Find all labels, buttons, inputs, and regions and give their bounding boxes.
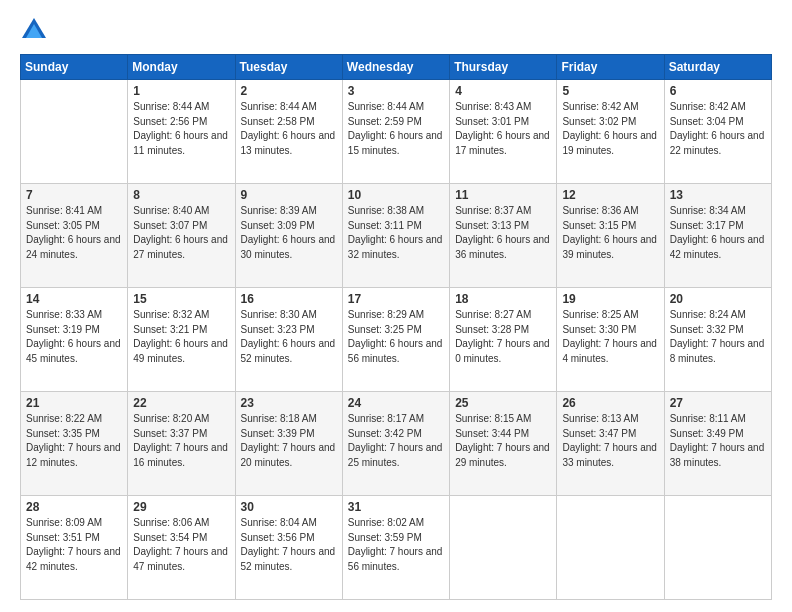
calendar-day-cell: 7Sunrise: 8:41 AMSunset: 3:05 PMDaylight… bbox=[21, 184, 128, 288]
day-number: 2 bbox=[241, 84, 337, 98]
day-info: Sunrise: 8:25 AMSunset: 3:30 PMDaylight:… bbox=[562, 308, 658, 366]
day-number: 15 bbox=[133, 292, 229, 306]
day-info: Sunrise: 8:39 AMSunset: 3:09 PMDaylight:… bbox=[241, 204, 337, 262]
day-info: Sunrise: 8:22 AMSunset: 3:35 PMDaylight:… bbox=[26, 412, 122, 470]
calendar-day-cell: 23Sunrise: 8:18 AMSunset: 3:39 PMDayligh… bbox=[235, 392, 342, 496]
weekday-header: Friday bbox=[557, 55, 664, 80]
calendar-day-cell: 12Sunrise: 8:36 AMSunset: 3:15 PMDayligh… bbox=[557, 184, 664, 288]
day-number: 31 bbox=[348, 500, 444, 514]
day-number: 28 bbox=[26, 500, 122, 514]
day-number: 25 bbox=[455, 396, 551, 410]
weekday-header: Saturday bbox=[664, 55, 771, 80]
day-info: Sunrise: 8:42 AMSunset: 3:04 PMDaylight:… bbox=[670, 100, 766, 158]
calendar-day-cell: 31Sunrise: 8:02 AMSunset: 3:59 PMDayligh… bbox=[342, 496, 449, 600]
day-number: 29 bbox=[133, 500, 229, 514]
weekday-header: Thursday bbox=[450, 55, 557, 80]
calendar-day-cell: 9Sunrise: 8:39 AMSunset: 3:09 PMDaylight… bbox=[235, 184, 342, 288]
day-info: Sunrise: 8:13 AMSunset: 3:47 PMDaylight:… bbox=[562, 412, 658, 470]
day-info: Sunrise: 8:09 AMSunset: 3:51 PMDaylight:… bbox=[26, 516, 122, 574]
day-info: Sunrise: 8:41 AMSunset: 3:05 PMDaylight:… bbox=[26, 204, 122, 262]
calendar-day-cell: 29Sunrise: 8:06 AMSunset: 3:54 PMDayligh… bbox=[128, 496, 235, 600]
day-info: Sunrise: 8:44 AMSunset: 2:58 PMDaylight:… bbox=[241, 100, 337, 158]
calendar-day-cell: 26Sunrise: 8:13 AMSunset: 3:47 PMDayligh… bbox=[557, 392, 664, 496]
day-number: 16 bbox=[241, 292, 337, 306]
day-info: Sunrise: 8:29 AMSunset: 3:25 PMDaylight:… bbox=[348, 308, 444, 366]
calendar-day-cell: 30Sunrise: 8:04 AMSunset: 3:56 PMDayligh… bbox=[235, 496, 342, 600]
calendar-day-cell: 19Sunrise: 8:25 AMSunset: 3:30 PMDayligh… bbox=[557, 288, 664, 392]
day-info: Sunrise: 8:32 AMSunset: 3:21 PMDaylight:… bbox=[133, 308, 229, 366]
calendar-day-cell bbox=[557, 496, 664, 600]
calendar-day-cell: 10Sunrise: 8:38 AMSunset: 3:11 PMDayligh… bbox=[342, 184, 449, 288]
calendar-day-cell: 17Sunrise: 8:29 AMSunset: 3:25 PMDayligh… bbox=[342, 288, 449, 392]
day-number: 30 bbox=[241, 500, 337, 514]
weekday-header: Wednesday bbox=[342, 55, 449, 80]
day-info: Sunrise: 8:15 AMSunset: 3:44 PMDaylight:… bbox=[455, 412, 551, 470]
calendar-day-cell: 28Sunrise: 8:09 AMSunset: 3:51 PMDayligh… bbox=[21, 496, 128, 600]
day-number: 26 bbox=[562, 396, 658, 410]
day-number: 20 bbox=[670, 292, 766, 306]
day-info: Sunrise: 8:18 AMSunset: 3:39 PMDaylight:… bbox=[241, 412, 337, 470]
day-number: 18 bbox=[455, 292, 551, 306]
day-info: Sunrise: 8:06 AMSunset: 3:54 PMDaylight:… bbox=[133, 516, 229, 574]
calendar-day-cell: 2Sunrise: 8:44 AMSunset: 2:58 PMDaylight… bbox=[235, 80, 342, 184]
day-number: 10 bbox=[348, 188, 444, 202]
day-number: 9 bbox=[241, 188, 337, 202]
calendar-day-cell: 21Sunrise: 8:22 AMSunset: 3:35 PMDayligh… bbox=[21, 392, 128, 496]
calendar-day-cell: 27Sunrise: 8:11 AMSunset: 3:49 PMDayligh… bbox=[664, 392, 771, 496]
header bbox=[20, 16, 772, 44]
weekday-header: Sunday bbox=[21, 55, 128, 80]
day-number: 22 bbox=[133, 396, 229, 410]
calendar-day-cell: 5Sunrise: 8:42 AMSunset: 3:02 PMDaylight… bbox=[557, 80, 664, 184]
calendar-day-cell: 14Sunrise: 8:33 AMSunset: 3:19 PMDayligh… bbox=[21, 288, 128, 392]
day-number: 23 bbox=[241, 396, 337, 410]
day-number: 1 bbox=[133, 84, 229, 98]
calendar-week-row: 21Sunrise: 8:22 AMSunset: 3:35 PMDayligh… bbox=[21, 392, 772, 496]
calendar-day-cell: 24Sunrise: 8:17 AMSunset: 3:42 PMDayligh… bbox=[342, 392, 449, 496]
calendar-day-cell bbox=[21, 80, 128, 184]
day-info: Sunrise: 8:11 AMSunset: 3:49 PMDaylight:… bbox=[670, 412, 766, 470]
calendar-day-cell: 16Sunrise: 8:30 AMSunset: 3:23 PMDayligh… bbox=[235, 288, 342, 392]
day-number: 6 bbox=[670, 84, 766, 98]
day-info: Sunrise: 8:42 AMSunset: 3:02 PMDaylight:… bbox=[562, 100, 658, 158]
day-info: Sunrise: 8:27 AMSunset: 3:28 PMDaylight:… bbox=[455, 308, 551, 366]
day-info: Sunrise: 8:34 AMSunset: 3:17 PMDaylight:… bbox=[670, 204, 766, 262]
calendar-day-cell: 13Sunrise: 8:34 AMSunset: 3:17 PMDayligh… bbox=[664, 184, 771, 288]
day-info: Sunrise: 8:02 AMSunset: 3:59 PMDaylight:… bbox=[348, 516, 444, 574]
calendar-day-cell bbox=[664, 496, 771, 600]
weekday-header: Tuesday bbox=[235, 55, 342, 80]
day-info: Sunrise: 8:44 AMSunset: 2:59 PMDaylight:… bbox=[348, 100, 444, 158]
day-info: Sunrise: 8:43 AMSunset: 3:01 PMDaylight:… bbox=[455, 100, 551, 158]
day-info: Sunrise: 8:38 AMSunset: 3:11 PMDaylight:… bbox=[348, 204, 444, 262]
day-number: 11 bbox=[455, 188, 551, 202]
calendar-day-cell: 8Sunrise: 8:40 AMSunset: 3:07 PMDaylight… bbox=[128, 184, 235, 288]
calendar-day-cell: 3Sunrise: 8:44 AMSunset: 2:59 PMDaylight… bbox=[342, 80, 449, 184]
day-number: 21 bbox=[26, 396, 122, 410]
calendar-day-cell: 11Sunrise: 8:37 AMSunset: 3:13 PMDayligh… bbox=[450, 184, 557, 288]
calendar-day-cell: 18Sunrise: 8:27 AMSunset: 3:28 PMDayligh… bbox=[450, 288, 557, 392]
day-number: 19 bbox=[562, 292, 658, 306]
day-number: 4 bbox=[455, 84, 551, 98]
day-info: Sunrise: 8:44 AMSunset: 2:56 PMDaylight:… bbox=[133, 100, 229, 158]
calendar-day-cell: 15Sunrise: 8:32 AMSunset: 3:21 PMDayligh… bbox=[128, 288, 235, 392]
day-info: Sunrise: 8:33 AMSunset: 3:19 PMDaylight:… bbox=[26, 308, 122, 366]
day-number: 7 bbox=[26, 188, 122, 202]
day-info: Sunrise: 8:37 AMSunset: 3:13 PMDaylight:… bbox=[455, 204, 551, 262]
day-number: 13 bbox=[670, 188, 766, 202]
day-number: 12 bbox=[562, 188, 658, 202]
calendar-day-cell: 25Sunrise: 8:15 AMSunset: 3:44 PMDayligh… bbox=[450, 392, 557, 496]
day-info: Sunrise: 8:40 AMSunset: 3:07 PMDaylight:… bbox=[133, 204, 229, 262]
day-number: 5 bbox=[562, 84, 658, 98]
day-info: Sunrise: 8:04 AMSunset: 3:56 PMDaylight:… bbox=[241, 516, 337, 574]
weekday-header: Monday bbox=[128, 55, 235, 80]
calendar-week-row: 14Sunrise: 8:33 AMSunset: 3:19 PMDayligh… bbox=[21, 288, 772, 392]
day-number: 14 bbox=[26, 292, 122, 306]
calendar-day-cell: 6Sunrise: 8:42 AMSunset: 3:04 PMDaylight… bbox=[664, 80, 771, 184]
logo bbox=[20, 16, 52, 44]
calendar-week-row: 28Sunrise: 8:09 AMSunset: 3:51 PMDayligh… bbox=[21, 496, 772, 600]
day-info: Sunrise: 8:24 AMSunset: 3:32 PMDaylight:… bbox=[670, 308, 766, 366]
calendar-day-cell: 20Sunrise: 8:24 AMSunset: 3:32 PMDayligh… bbox=[664, 288, 771, 392]
calendar-day-cell: 1Sunrise: 8:44 AMSunset: 2:56 PMDaylight… bbox=[128, 80, 235, 184]
calendar-week-row: 7Sunrise: 8:41 AMSunset: 3:05 PMDaylight… bbox=[21, 184, 772, 288]
calendar-header-row: SundayMondayTuesdayWednesdayThursdayFrid… bbox=[21, 55, 772, 80]
day-number: 17 bbox=[348, 292, 444, 306]
